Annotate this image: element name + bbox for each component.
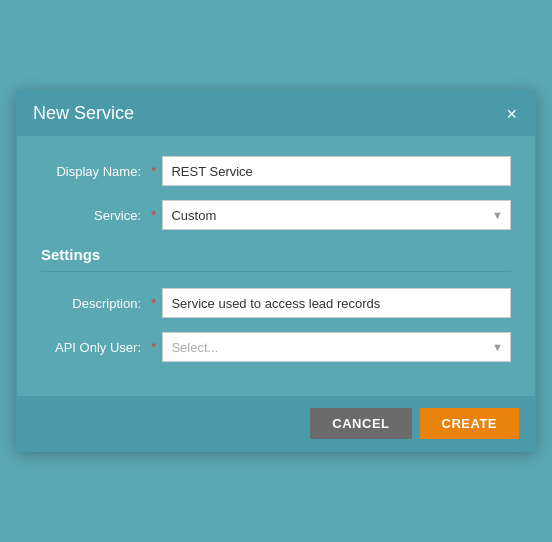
- service-select[interactable]: Custom Standard External: [162, 200, 511, 230]
- settings-section: Settings: [41, 246, 511, 272]
- display-name-label: Display Name:: [41, 164, 151, 179]
- service-select-wrapper: Custom Standard External ▼: [162, 200, 511, 230]
- service-field-wrapper: * Custom Standard External ▼: [151, 200, 511, 230]
- service-required: *: [151, 207, 156, 223]
- close-button[interactable]: ×: [504, 105, 519, 123]
- description-input[interactable]: [162, 288, 511, 318]
- description-field-wrapper: *: [151, 288, 511, 318]
- api-user-required: *: [151, 339, 156, 355]
- dialog-footer: CANCEL CREATE: [17, 396, 535, 451]
- create-button[interactable]: CREATE: [420, 408, 519, 439]
- dialog-header: New Service ×: [17, 91, 535, 136]
- description-row: Description: *: [41, 288, 511, 318]
- api-user-label: API Only User:: [41, 340, 151, 355]
- api-user-select[interactable]: Select...: [162, 332, 511, 362]
- dialog-title: New Service: [33, 103, 134, 124]
- settings-heading: Settings: [41, 246, 511, 263]
- display-name-required: *: [151, 163, 156, 179]
- api-user-select-wrapper: Select... ▼: [162, 332, 511, 362]
- display-name-row: Display Name: *: [41, 156, 511, 186]
- settings-divider: [41, 271, 511, 272]
- description-required: *: [151, 295, 156, 311]
- description-label: Description:: [41, 296, 151, 311]
- display-name-input[interactable]: [162, 156, 511, 186]
- api-user-field-wrapper: * Select... ▼: [151, 332, 511, 362]
- cancel-button[interactable]: CANCEL: [310, 408, 411, 439]
- new-service-dialog: New Service × Display Name: * Service: *…: [16, 90, 536, 452]
- dialog-body: Display Name: * Service: * Custom Standa…: [17, 136, 535, 396]
- display-name-field-wrapper: *: [151, 156, 511, 186]
- service-label: Service:: [41, 208, 151, 223]
- api-user-row: API Only User: * Select... ▼: [41, 332, 511, 362]
- service-row: Service: * Custom Standard External ▼: [41, 200, 511, 230]
